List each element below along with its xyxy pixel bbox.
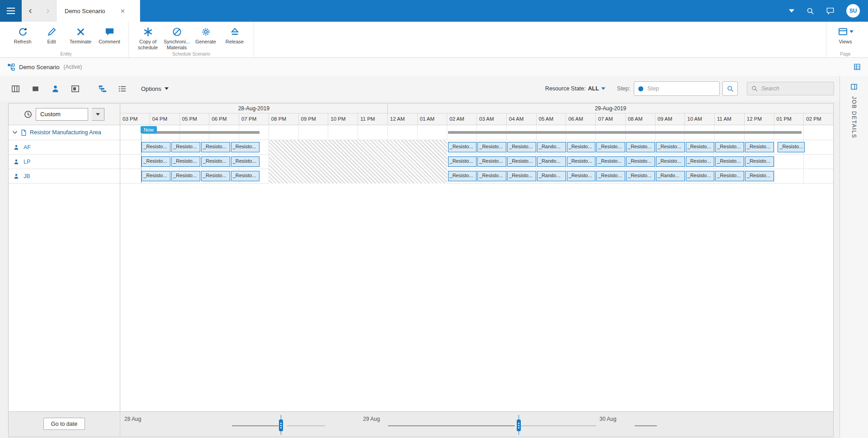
task-bar[interactable]: _Resisto... — [686, 156, 715, 167]
task-bar[interactable]: _Resisto... — [448, 156, 477, 167]
overview-range-handle[interactable] — [517, 419, 521, 431]
task-bar[interactable]: _Resisto... — [171, 171, 200, 181]
task-bar[interactable]: _Resisto... — [715, 156, 744, 167]
task-bar[interactable]: _Rando... — [537, 156, 566, 167]
task-bar[interactable]: _Resisto... — [596, 156, 625, 167]
hamburger-menu-button[interactable] — [0, 0, 22, 22]
task-bar[interactable]: _Resisto... — [686, 142, 715, 152]
grid-panel-icon[interactable] — [854, 63, 861, 71]
resource-label-jb[interactable]: JB — [9, 169, 120, 184]
search-input[interactable] — [761, 85, 830, 92]
task-bar[interactable]: _Resisto... — [567, 171, 596, 181]
chevron-down-icon[interactable] — [12, 131, 18, 134]
gantt-tree-view-button[interactable] — [94, 81, 110, 96]
hour-header-cell: 07 PM — [239, 113, 269, 125]
hour-header-cell: 11 AM — [715, 113, 745, 125]
copy-of-schedule-button[interactable]: Copy of schedule — [133, 25, 162, 50]
caret-down-icon — [601, 87, 605, 90]
terminate-button[interactable]: Terminate — [66, 25, 95, 45]
task-bar[interactable]: _Resisto... — [231, 171, 260, 181]
step-input[interactable] — [647, 85, 715, 92]
task-bar[interactable]: _Rando... — [537, 171, 566, 181]
resource-state-filter[interactable]: Resource State: ALL — [545, 85, 605, 92]
resource-view-button[interactable] — [47, 81, 63, 96]
list-view-button[interactable] — [114, 81, 130, 96]
task-bar[interactable]: _Resisto... — [448, 171, 477, 181]
task-bar[interactable]: _Resisto... — [477, 142, 506, 152]
generate-icon-row — [201, 26, 211, 38]
avatar[interactable]: SU — [846, 4, 860, 18]
task-bar[interactable]: _Resisto... — [745, 156, 774, 167]
task-bar[interactable]: _Resisto... — [448, 142, 477, 152]
task-bar[interactable]: _Resisto... — [201, 142, 230, 152]
view-toolbar: Options Resource State: ALL Step: — [0, 76, 840, 101]
task-bar[interactable]: _Resisto... — [567, 142, 596, 152]
hour-header-cell: 03 PM — [120, 113, 150, 125]
release-button[interactable]: Release — [220, 25, 249, 45]
blocks-view-button[interactable] — [27, 81, 43, 96]
task-bar[interactable]: _Resisto... — [745, 142, 774, 152]
task-bar[interactable]: _Resisto... — [142, 156, 170, 167]
edit-button[interactable]: Edit — [37, 25, 66, 45]
task-bar[interactable]: _Resisto... — [507, 156, 536, 167]
overview-track-segment — [388, 425, 515, 426]
panel-toggle-icon[interactable] — [850, 83, 858, 90]
search-box — [747, 82, 834, 95]
task-bar[interactable]: _Resisto... — [778, 142, 804, 152]
task-bar[interactable]: _Rando... — [656, 171, 685, 181]
task-bar[interactable]: _Resisto... — [656, 142, 685, 152]
dropdown-caret-icon[interactable] — [789, 9, 794, 13]
go-to-date-button[interactable]: Go to date — [43, 418, 85, 430]
task-bar[interactable]: _Resisto... — [626, 142, 655, 152]
task-bar[interactable]: _Resisto... — [567, 156, 596, 167]
frame-view-button[interactable] — [67, 81, 83, 96]
task-bar[interactable]: _Resisto... — [231, 142, 260, 152]
synchronize-materials-button[interactable]: Synchroni... Materials — [162, 25, 191, 50]
task-bar[interactable]: _Resisto... — [231, 156, 260, 167]
comment-button[interactable]: Comment — [95, 25, 124, 45]
overview-range-handle[interactable] — [279, 419, 283, 431]
task-bar[interactable]: _Resisto... — [626, 171, 655, 181]
group-row-label[interactable]: Resistor Manufacturing Area — [9, 125, 120, 140]
task-bar[interactable]: _Resisto... — [171, 142, 200, 152]
task-bar[interactable]: _Resisto... — [626, 156, 655, 167]
resource-label-af[interactable]: AF — [9, 140, 120, 155]
task-bar[interactable]: _Resisto... — [142, 171, 170, 181]
back-button[interactable] — [22, 0, 39, 22]
task-bar[interactable]: _Rando... — [537, 142, 566, 152]
hour-header-cell: 12 AM — [388, 113, 418, 125]
task-bar[interactable]: _Resisto... — [596, 142, 625, 152]
content: Options Resource State: ALL Step: — [0, 76, 840, 438]
tab-demo-scenario[interactable]: Demo Scenario — [56, 0, 140, 22]
step-search-button[interactable] — [722, 81, 738, 96]
task-bar[interactable]: _Resisto... — [201, 156, 230, 167]
options-button[interactable]: Options — [141, 85, 169, 92]
tab-close-button[interactable] — [118, 6, 128, 16]
task-bar[interactable]: _Resisto... — [201, 171, 230, 181]
chat-icon[interactable] — [826, 7, 834, 15]
nonworking-time — [269, 140, 448, 184]
forward-button[interactable] — [39, 0, 56, 22]
time-preset-dropdown[interactable]: Custom — [36, 108, 88, 121]
terminate-icon-row — [75, 26, 86, 38]
refresh-button[interactable]: Refresh — [8, 25, 37, 45]
task-bar[interactable]: _Resisto... — [715, 171, 744, 181]
columns-view-button[interactable] — [7, 81, 24, 96]
task-bar[interactable]: _Resisto... — [715, 142, 744, 152]
search-icon[interactable] — [807, 7, 814, 15]
task-bar[interactable]: _Resisto... — [596, 171, 625, 181]
task-bar[interactable]: _Resisto... — [142, 142, 170, 152]
job-details-panel[interactable]: JOB DETAILS — [840, 76, 868, 438]
task-bar[interactable]: _Resisto... — [507, 171, 536, 181]
views-button[interactable]: Views — [831, 25, 860, 45]
generate-button[interactable]: Generate — [191, 25, 220, 45]
task-bar[interactable]: _Resisto... — [507, 142, 536, 152]
time-preset-caret-button[interactable] — [92, 108, 104, 121]
resource-label-lp[interactable]: LP — [9, 155, 120, 169]
task-bar[interactable]: _Resisto... — [477, 171, 506, 181]
task-bar[interactable]: _Resisto... — [171, 156, 200, 167]
task-bar[interactable]: _Resisto... — [686, 171, 715, 181]
task-bar[interactable]: _Resisto... — [656, 156, 685, 167]
task-bar[interactable]: _Resisto... — [477, 156, 506, 167]
task-bar[interactable]: _Resisto... — [745, 171, 774, 181]
